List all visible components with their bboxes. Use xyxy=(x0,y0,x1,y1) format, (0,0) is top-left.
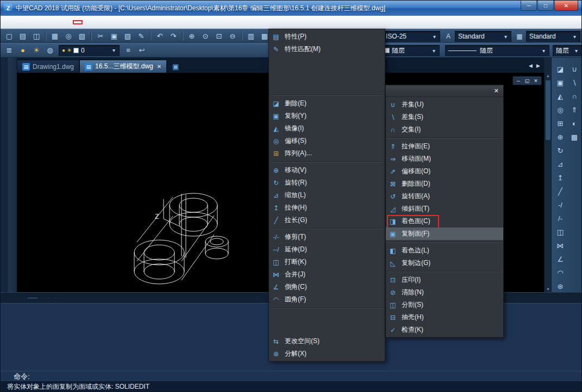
toolbar-button[interactable]: ☀ xyxy=(30,45,43,56)
layer-select[interactable]: ● ☀ 0 xyxy=(59,45,120,56)
menu-item[interactable]: ⇗ 偏移面(O) xyxy=(386,165,503,178)
menu-item[interactable]: ⇒ 移动面(M) xyxy=(386,153,503,165)
menu-item[interactable]: ◺ 复制边(G) xyxy=(386,257,503,269)
menu-bar-item[interactable] xyxy=(82,21,91,24)
menu-item[interactable]: ◭ 镜像(I) xyxy=(269,122,385,135)
menu-item[interactable]: ◪ 删除(E) xyxy=(269,97,385,110)
menu-item[interactable]: ◫ 分割(S) xyxy=(386,299,503,311)
menu-bar-item[interactable] xyxy=(30,21,39,24)
menu-bar-item[interactable] xyxy=(4,21,12,24)
maximize-button[interactable]: □ xyxy=(537,1,554,11)
layout-tab[interactable] xyxy=(40,297,52,299)
toolbar-button[interactable]: ▣ xyxy=(554,77,566,88)
toolbar-button[interactable]: ⊙ xyxy=(199,30,212,42)
toolbar-button[interactable]: ≣ xyxy=(3,45,16,56)
layout-tab[interactable] xyxy=(27,297,39,299)
menu-item[interactable]: --/ 延伸(D) xyxy=(269,243,385,256)
minimize-button[interactable]: ─ xyxy=(521,1,537,11)
lineweight-select[interactable]: 随层 xyxy=(553,45,582,56)
toolbar-button[interactable]: ▩ xyxy=(568,131,580,143)
toolbar-button[interactable]: ╱ xyxy=(554,185,566,197)
toolbar-button[interactable]: ↷ xyxy=(167,30,180,42)
toolbar-button[interactable]: ◠ xyxy=(554,267,566,279)
menu-item[interactable]: ▣ 复制(Y) xyxy=(269,110,385,122)
menu-item[interactable]: ↻ 旋转(R) xyxy=(269,176,385,189)
vertical-scrollbar[interactable] xyxy=(544,73,551,292)
menu-item[interactable]: ⇆ 更改空间(S) xyxy=(269,335,385,347)
menu-item[interactable]: ⊡ 压印(I) xyxy=(386,274,503,286)
toolbar-button[interactable]: ⋈ xyxy=(554,239,566,251)
toolbar-button[interactable]: ✎ xyxy=(135,30,148,42)
toolbar-button[interactable]: ● xyxy=(16,45,29,56)
menu-item[interactable]: ◿ 倾斜面(T) xyxy=(386,203,503,215)
menu-item[interactable]: ∠ 倒角(C) xyxy=(269,281,385,293)
menu-item[interactable]: ⊠ 删除面(D) xyxy=(386,178,503,190)
toolbar-button[interactable]: ◫ xyxy=(554,226,566,238)
menu-item[interactable]: -/- 修剪(T) xyxy=(269,231,385,243)
toolbar-button[interactable]: ◪ xyxy=(554,63,566,75)
toolbar-button[interactable]: ∖ xyxy=(568,77,580,88)
menu-item[interactable]: ⊕ 移动(V) xyxy=(269,164,385,176)
toolbar-button[interactable]: ▧ xyxy=(76,30,89,42)
menu-item[interactable]: ⊘ 清除(N) xyxy=(386,286,503,299)
toolbar-button[interactable]: ∪ xyxy=(568,63,580,75)
toolbar-button[interactable]: ◎ xyxy=(554,104,566,116)
toolbar-button[interactable]: ◎ xyxy=(62,30,75,42)
document-icon[interactable]: ▣ xyxy=(171,62,180,71)
toolbar-button[interactable]: ▦ xyxy=(48,30,61,42)
menu-item[interactable]: ◨ 着色面(C) xyxy=(386,215,503,227)
doc-restore-icon[interactable]: ◱ xyxy=(523,77,531,84)
toolbar-button[interactable]: ▥ xyxy=(245,30,258,42)
menu-item[interactable]: ⋈ 合并(J) xyxy=(269,268,385,281)
menu-item[interactable]: ╱ 拉长(G) xyxy=(269,214,385,226)
toolbar-button[interactable]: ⊡ xyxy=(212,30,226,42)
tab-close-icon[interactable]: ✕ xyxy=(156,64,161,69)
toolbar-button[interactable]: ▨ xyxy=(121,30,134,42)
menu-item[interactable]: ⇑ 拉伸面(E) xyxy=(386,140,503,153)
text-style-select[interactable]: Standard xyxy=(455,31,511,42)
menu-item[interactable]: ◫ 打断(K) xyxy=(269,256,385,268)
toolbar-button[interactable]: ≡ xyxy=(122,45,135,56)
menu-item[interactable]: ◎ 偏移(S) xyxy=(269,135,385,147)
toolbar-button[interactable]: ▤ xyxy=(16,30,29,42)
menu-item[interactable]: ∩ 交集(I) xyxy=(386,123,503,136)
toolbar-button[interactable]: ◐ xyxy=(568,117,580,129)
color-control-select[interactable]: 随层 xyxy=(381,45,440,56)
document-tab[interactable]: ▤ Drawing1.dwg xyxy=(17,60,79,73)
menu-item[interactable]: ↺ 旋转面(A) xyxy=(386,190,503,203)
menu-bar-item[interactable] xyxy=(21,21,30,24)
toolbar-button[interactable]: ∠ xyxy=(554,253,566,265)
menu-bar-item[interactable] xyxy=(91,21,99,24)
dimension-style-select[interactable]: ISO-25 xyxy=(383,31,440,42)
toolbar-button[interactable]: ▣ xyxy=(108,30,121,42)
toolbar-button[interactable]: ◭ xyxy=(554,90,566,102)
menu-item[interactable]: ⊞ 阵列(A)... xyxy=(269,147,385,160)
tab-scroll-right-icon[interactable]: ▶ xyxy=(535,62,542,69)
scrollbar-thumb[interactable] xyxy=(546,80,550,140)
toolbar-button[interactable]: /- xyxy=(554,212,566,224)
tab-scroll-left-icon[interactable]: ◀ xyxy=(527,62,534,69)
menu-item[interactable]: ⊛ 分解(X) xyxy=(269,347,385,360)
toolbar-button[interactable]: ✂ xyxy=(94,30,107,42)
toolbar-button[interactable]: ⊛ xyxy=(554,280,566,292)
toolbar-button[interactable]: ▢ xyxy=(3,30,16,42)
menu-bar-item[interactable] xyxy=(108,21,117,24)
menu-bar-item[interactable] xyxy=(73,21,82,24)
menu-item[interactable]: ⊟ 抽壳(H) xyxy=(386,311,503,324)
menu-item[interactable]: ⊿ 缩放(L) xyxy=(269,189,385,201)
toolbar-button[interactable]: ⇑ xyxy=(568,104,580,116)
toolbar-button[interactable]: ↻ xyxy=(554,144,566,156)
menu-bar-item[interactable] xyxy=(12,21,21,24)
toolbar-button[interactable]: ∩ xyxy=(568,90,580,102)
menu-item[interactable]: ∪ 并集(U) xyxy=(386,98,503,111)
toolbar-button[interactable]: ↩ xyxy=(135,45,148,56)
toolbar-button[interactable]: -/ xyxy=(554,199,566,211)
menu-item[interactable]: ▣ 复制面(F) xyxy=(386,227,503,240)
titlebar[interactable]: Z 中望CAD 2018 试用版 (功能受限) - [C:\Users\Admi… xyxy=(1,1,581,16)
menu-bar-item[interactable] xyxy=(56,21,65,24)
menu-item[interactable]: ✓ 检查(K) xyxy=(386,324,503,336)
menu-item[interactable]: ↥ 拉伸(H) xyxy=(269,201,385,214)
toolbar-button[interactable]: ⊕ xyxy=(185,30,198,42)
menu-bar-item[interactable] xyxy=(47,21,56,24)
menu-item[interactable]: ▤ 特性(P) xyxy=(269,30,385,43)
